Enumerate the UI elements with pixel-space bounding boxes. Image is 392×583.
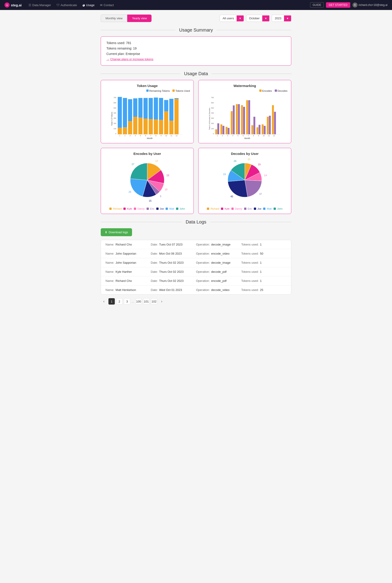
log-name: Name:Kyle Harther <box>106 270 151 273</box>
legend-decodes: Decodes <box>275 90 288 92</box>
token-chart-svg: Total # of Tokens 0 100 200 300 400 500 … <box>104 94 190 139</box>
page-3-button[interactable]: 3 <box>124 298 130 305</box>
page-2-button[interactable]: 2 <box>116 298 122 305</box>
bar-remaining-1 <box>118 97 122 128</box>
page-101-button[interactable]: 101 <box>143 298 150 305</box>
charts-grid: Token Usage Remaining Tokens Tokens Used… <box>101 80 291 214</box>
view-controls: Monthly view Yearly view All users ▼ Oct… <box>101 15 291 22</box>
svg-rect-11 <box>123 98 127 127</box>
log-operation: Operation:encode_pdf <box>196 279 241 282</box>
main-content: Monthly view Yearly view All users ▼ Oct… <box>94 10 298 309</box>
month-filter-arrow[interactable]: ▼ <box>262 16 269 21</box>
dec-legend-joe: Joe <box>254 207 262 210</box>
users-filter-label: All users <box>220 15 236 22</box>
svg-text:11: 11 <box>248 158 250 161</box>
change-plans-label: Change plans or increase tokens <box>110 58 153 61</box>
page-ellipsis: ... <box>132 300 134 303</box>
log-operation: Operation:decode_image <box>196 243 241 246</box>
svg-text:1: 1 <box>119 135 120 137</box>
users-filter-arrow[interactable]: ▼ <box>236 16 244 21</box>
log-tokens: Tokens used:50 <box>241 252 287 255</box>
download-logs-button[interactable]: ⬇ Download logs <box>101 228 132 236</box>
title-line-right3 <box>210 222 291 222</box>
tokens-used-row: Tokens used: 781 <box>106 41 286 45</box>
svg-text:8: 8 <box>253 135 254 137</box>
section-title-text: Usage Summary <box>176 28 217 33</box>
next-page-button[interactable]: › <box>158 298 165 305</box>
page-100-button[interactable]: 100 <box>136 298 142 305</box>
svg-text:4: 4 <box>232 135 233 137</box>
legend-richard: Richard <box>109 207 122 210</box>
dec-legend-kyle: Kyle <box>221 207 229 210</box>
svg-rect-85 <box>269 116 271 134</box>
title-line-left3 <box>101 222 182 222</box>
nav-authenticate[interactable]: 🛡 Authenticate <box>56 4 77 7</box>
pagination: ‹ 1 2 3 ... 100 101 102 › <box>101 298 291 305</box>
change-plans-link[interactable]: → Change plans or increase tokens <box>106 58 286 61</box>
svg-text:300: 300 <box>211 117 214 119</box>
watermarking-title: Watermarking <box>202 84 288 88</box>
svg-text:27: 27 <box>132 163 134 166</box>
summary-card: Tokens used: 781 Tokens remaining: 19 Cu… <box>101 36 291 66</box>
users-filter[interactable]: All users ▼ <box>220 15 244 22</box>
year-filter-arrow[interactable]: ▼ <box>284 16 291 21</box>
svg-text:9: 9 <box>160 135 162 137</box>
nav-data-manager[interactable]: ☷ Data Manager <box>28 4 51 7</box>
tokens-used-value: 781 <box>126 41 131 45</box>
svg-rect-23 <box>144 98 148 119</box>
log-date: Date:Thurs Oct 02 2023 <box>151 261 196 264</box>
data-logs-title-text: Data Logs <box>182 219 210 225</box>
log-date: Date:Tues Oct 07 2023 <box>151 243 196 246</box>
svg-rect-14 <box>128 99 132 121</box>
legend-encodes: Encodes <box>259 90 272 92</box>
svg-rect-26 <box>148 98 153 119</box>
log-tokens: Tokens used:1 <box>241 279 287 282</box>
watermark-chart-svg: Total # of Encodes & Decodes 0 100 200 3… <box>202 94 288 139</box>
svg-text:500: 500 <box>114 107 116 109</box>
page-102-button[interactable]: 102 <box>151 298 157 305</box>
svg-text:0: 0 <box>116 133 116 135</box>
y-axis-label: Total # of Tokens <box>111 112 113 126</box>
logs-table: Name:Richard Cho Date:Tues Oct 07 2023 O… <box>101 240 291 295</box>
decodes-pie-container: 11191437451926 Richard Kyle Danny Eric J… <box>202 157 288 210</box>
nav-usage[interactable]: ◕ Usage <box>82 4 94 7</box>
svg-text:200: 200 <box>114 122 116 124</box>
svg-rect-20 <box>138 98 142 117</box>
nav-contact[interactable]: ✉ Contact <box>100 4 114 7</box>
log-tokens: Tokens used:1 <box>241 243 287 246</box>
decodes-by-user-title: Decodes by User <box>202 152 288 156</box>
svg-text:600: 600 <box>114 102 116 104</box>
log-operation: Operation:decode_video <box>196 288 241 292</box>
user-email: richard.cho+18@steg.ai <box>359 4 388 7</box>
svg-text:5: 5 <box>238 135 238 137</box>
prev-page-button[interactable]: ‹ <box>101 298 107 305</box>
svg-rect-84 <box>267 117 268 134</box>
monthly-view-button[interactable]: Monthly view <box>101 15 127 22</box>
svg-text:0: 0 <box>213 133 214 135</box>
month-filter-label: October <box>246 15 262 22</box>
svg-rect-88 <box>274 112 276 134</box>
yearly-view-button[interactable]: Yearly view <box>127 15 152 22</box>
log-operation: Operation:encode_video <box>196 252 241 255</box>
download-icon: ⬇ <box>105 230 107 234</box>
get-started-button[interactable]: GET STARTED <box>326 2 350 8</box>
page-1-button[interactable]: 1 <box>108 298 115 305</box>
log-name: Name:John Sapporian <box>106 261 151 264</box>
token-usage-title: Token Usage <box>104 84 190 88</box>
guide-button[interactable]: GUIDE <box>310 2 324 8</box>
svg-text:100: 100 <box>114 128 116 130</box>
bar-used-1 <box>118 128 122 134</box>
token-usage-legend: Remaining Tokens Tokens Used <box>104 90 190 92</box>
svg-text:400: 400 <box>114 112 116 114</box>
table-row: Name:John Sapporian Date:Thurs Oct 02 20… <box>101 258 291 267</box>
svg-rect-58 <box>222 126 224 134</box>
svg-text:12: 12 <box>273 135 275 137</box>
svg-rect-25 <box>148 119 153 134</box>
month-filter[interactable]: October ▼ <box>246 15 270 22</box>
svg-text:300: 300 <box>114 117 116 119</box>
encodes-legend: Richard Kyle Danny Eric Joe Matt John <box>109 207 185 210</box>
svg-text:12: 12 <box>176 135 178 137</box>
year-filter[interactable]: 2023 ▼ <box>272 15 291 22</box>
svg-rect-75 <box>251 125 253 134</box>
encodes-by-user-card: Encodes by User <box>101 148 194 214</box>
